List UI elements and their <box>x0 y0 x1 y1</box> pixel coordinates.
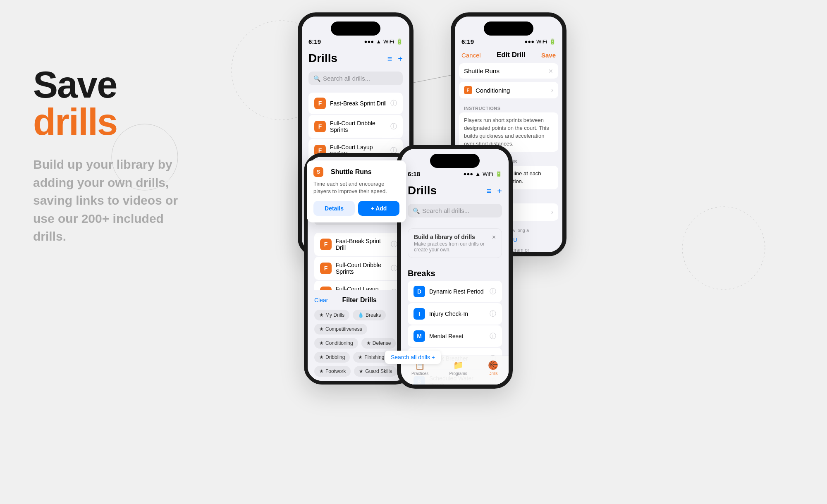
programs-icon: 📁 <box>453 360 464 370</box>
status-icons-1: ●●●▲WiFi🔋 <box>364 38 403 45</box>
search-placeholder-4: Search all drills... <box>422 207 469 214</box>
drill-name: Fast-Break Sprint Drill <box>336 238 391 251</box>
drill-name: Full-Court Dribble Sprints <box>330 120 390 133</box>
popup-drill-name: Shuttle Runs <box>331 168 372 176</box>
banner-subtitle: Make practices from our drills or create… <box>414 241 489 253</box>
tab-programs-label: Programs <box>449 371 467 376</box>
filter-tags: ★ My Drills 💧 Breaks ★ Competitiveness ★… <box>314 310 403 377</box>
filter-header: Clear Filter Drills <box>314 296 403 304</box>
search-bar-1[interactable]: 🔍 Search all drills... <box>308 72 403 85</box>
drill-item-mental[interactable]: M Mental Reset ⓘ <box>408 325 502 347</box>
category-value: Conditioning <box>476 87 510 94</box>
drill-name: Fast-Break Sprint Drill <box>330 100 390 107</box>
search-placeholder-1: Search all drills... <box>323 75 370 82</box>
drill-name: Full-Court Dribble Sprints <box>336 262 391 275</box>
add-icon-4[interactable]: + <box>497 186 502 196</box>
banner-title: Build a library of drills <box>414 234 489 240</box>
filter-tag-competitiveness[interactable]: ★ Competitiveness <box>314 324 367 334</box>
popup-description: Time each set and encourage players to i… <box>313 180 399 195</box>
status-icons-2: ●●●WiFi🔋 <box>524 38 556 45</box>
phone4-title: Drills <box>408 181 437 201</box>
drill-name: Dynamic Rest Period <box>429 288 490 295</box>
status-time-2: 6:19 <box>461 38 474 45</box>
search-all-drills-button[interactable]: Search all drills + <box>385 351 441 364</box>
status-time-4: 6:18 <box>408 170 420 177</box>
drill-item[interactable]: F Full-Court Dribble Sprints ⓘ <box>308 115 403 138</box>
headline-save: Save <box>33 66 273 103</box>
edit-header: Cancel Edit Drill Save <box>455 47 562 63</box>
details-button[interactable]: Details <box>313 201 355 216</box>
search-all-label: Search all drills + <box>391 354 435 361</box>
drill-info-icon: ⓘ <box>390 122 397 131</box>
dynamic-island-2 <box>484 21 533 36</box>
filter-icon-4[interactable]: ≡ <box>487 186 492 196</box>
dynamic-island-1 <box>331 21 380 36</box>
cancel-button[interactable]: Cancel <box>461 52 481 59</box>
drill-icon: F <box>320 239 332 250</box>
drills-icon: 🏀 <box>488 360 498 370</box>
popup-header: S Shuttle Runs <box>313 167 399 177</box>
svg-point-2 <box>682 207 765 289</box>
filter-sheet: Clear Filter Drills ★ My Drills 💧 Breaks… <box>308 290 410 381</box>
chevron-right-icon: › <box>551 86 553 94</box>
drill-info-icon: ⓘ <box>391 240 397 249</box>
drill-icon: D <box>414 286 425 297</box>
filter-tag-dribbling[interactable]: ★ Dribbling <box>314 352 350 363</box>
drill-icon: M <box>414 330 425 342</box>
filter-tag-finishing[interactable]: ★ Finishing <box>353 352 389 363</box>
drill-item[interactable]: F Fast-Break Sprint Drill ⓘ <box>314 233 403 256</box>
drill-item-injury[interactable]: I Injury Check-In ⓘ <box>408 303 502 325</box>
filter-tag-footwork[interactable]: ★ Footwork <box>314 366 351 377</box>
filter-clear-button[interactable]: Clear <box>314 297 328 303</box>
drill-info-icon: ⓘ <box>391 264 397 273</box>
popup-buttons: Details + Add <box>313 201 399 216</box>
instructions-label: INSTRUCTIONS <box>455 102 562 112</box>
drill-name-field[interactable]: Shuttle Runs ✕ <box>459 63 558 79</box>
drill-name: Mental Reset <box>429 333 490 339</box>
headline-drills: drills <box>33 103 273 141</box>
drill-item[interactable]: F Fast-Break Sprint Drill ⓘ <box>308 93 403 114</box>
phone1-title: Drills <box>308 48 337 69</box>
drill-name-value: Shuttle Runs <box>464 67 500 74</box>
add-button[interactable]: + Add <box>358 201 399 216</box>
filter-title: Filter Drills <box>342 296 377 304</box>
filter-icon-1[interactable]: ≡ <box>387 54 392 64</box>
popup-card: S Shuttle Runs Time each set and encoura… <box>307 160 406 222</box>
filter-tag-mydrills[interactable]: ★ My Drills <box>314 310 349 320</box>
drill-item-dynamic-rest[interactable]: D Dynamic Rest Period ⓘ <box>408 281 502 302</box>
clear-icon[interactable]: ✕ <box>548 68 553 74</box>
drill-info-icon: ⓘ <box>490 310 496 318</box>
status-time-1: 6:19 <box>308 38 321 45</box>
filter-tag-breaks[interactable]: 💧 Breaks <box>353 310 386 320</box>
filter-tag-defense[interactable]: ★ Defense <box>361 338 396 349</box>
category-field[interactable]: F Conditioning › <box>459 82 558 98</box>
drill-info-icon: ⓘ <box>490 332 496 341</box>
save-button[interactable]: Save <box>541 52 556 59</box>
category-icon: F <box>464 86 472 94</box>
drill-icon: F <box>314 121 326 132</box>
drill-info-icon: ⓘ <box>390 99 397 108</box>
search-bar-4[interactable]: 🔍 Search all drills... <box>408 204 502 217</box>
drill-item[interactable]: F Full-Court Dribble Sprints ⓘ <box>314 257 403 280</box>
info-banner: Build a library of drills Make practices… <box>408 228 502 258</box>
tab-drills[interactable]: 🏀 Drills <box>488 360 498 376</box>
add-icon-1[interactable]: + <box>398 54 403 64</box>
drill-icon: F <box>314 98 326 109</box>
tab-programs[interactable]: 📁 Programs <box>449 360 467 376</box>
subtitle: Build up your library byadding your own … <box>33 155 273 246</box>
left-section: Save drills Build up your library byaddi… <box>33 66 273 246</box>
tab-practices-label: Practices <box>411 371 428 376</box>
svg-line-3 <box>414 74 455 83</box>
tab-drills-label: Drills <box>488 371 497 376</box>
drill-icon: I <box>414 308 425 320</box>
popup-drill-icon: S <box>313 167 323 177</box>
dynamic-island-4 <box>430 154 480 168</box>
filter-tag-guardskills[interactable]: ★ Guard Skills <box>354 366 397 377</box>
breaks-section-header: Breaks <box>408 264 502 281</box>
edit-drill-title: Edit Drill <box>497 51 526 59</box>
status-icons-4: ●●●▲WiFi🔋 <box>464 171 502 177</box>
drill-info-icon: ⓘ <box>490 287 496 296</box>
filter-tag-conditioning[interactable]: ★ Conditioning <box>314 338 358 349</box>
banner-close-button[interactable]: × <box>492 234 496 241</box>
drill-name: Injury Check-In <box>429 311 490 317</box>
